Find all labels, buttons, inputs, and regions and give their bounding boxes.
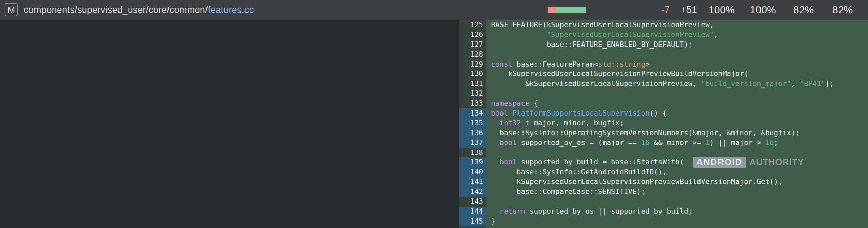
code-line: 142 base::CompareCase::SENSITIVE); (459, 187, 868, 197)
code-line: 129const base::FeatureParam<std::string> (459, 59, 868, 69)
android-authority-logo: ANDROID (693, 157, 746, 168)
line-number[interactable]: 143 (459, 197, 486, 207)
diff-size-bar (548, 7, 586, 13)
line-number[interactable]: 125 (459, 20, 486, 30)
code-text (486, 50, 491, 59)
code-line: 130 kSupervisedUserLocalSupervisionPrevi… (459, 69, 868, 79)
code-line: 135 int32_t major, minor, bugfix; (459, 118, 868, 128)
code-line: 146 (459, 226, 868, 228)
code-text (486, 148, 491, 158)
code-text (486, 226, 491, 228)
added-lines-bar (556, 7, 586, 13)
code-text: kSupervisedUserLocalSupervisionPreviewBu… (486, 177, 783, 187)
file-path-prefix: components/supervised_user/core/common/ (24, 5, 208, 15)
code-line: 144 return supported_by_os || supported_… (459, 207, 868, 216)
code-line: 125BASE_FEATURE(kSupervisedUserLocalSupe… (459, 20, 868, 30)
code-text: "SupervisedUserLocalSupervisionPreview", (486, 30, 718, 40)
coverage-percent: 100% (750, 0, 776, 20)
code-text: base::FEATURE_ENABLED_BY_DEFAULT); (486, 40, 692, 50)
line-number[interactable]: 142 (459, 187, 486, 197)
watermark: ANDROID AUTHORITY (693, 157, 804, 167)
line-number[interactable]: 144 (459, 207, 486, 216)
code-line: 134bool PlatformSupportsLocalSupervision… (459, 108, 868, 118)
line-number[interactable]: 134 (459, 108, 486, 118)
line-number[interactable]: 135 (459, 118, 486, 128)
file-name-link[interactable]: features.cc (208, 5, 254, 15)
code-line: 133namespace { (459, 99, 868, 108)
code-line: 132 (459, 89, 868, 99)
file-modified-badge: M (5, 3, 18, 16)
code-text: base::CompareCase::SENSITIVE); (486, 187, 645, 197)
code-line: 136 base::SysInfo::OperatingSystemVersio… (459, 128, 868, 138)
diff-header: M components/supervised_user/core/common… (0, 0, 868, 20)
code-text: BASE_FEATURE(kSupervisedUserLocalSupervi… (486, 20, 714, 30)
deleted-lines-count: -7 (661, 0, 670, 20)
line-number[interactable]: 126 (459, 30, 486, 40)
coverage-percent: 82% (832, 0, 853, 20)
code-line: 139 bool supported_by_build = base::Star… (459, 157, 868, 167)
line-number[interactable]: 139 (459, 157, 486, 167)
line-number[interactable]: 140 (459, 167, 486, 177)
code-line: 127 base::FEATURE_ENABLED_BY_DEFAULT); (459, 40, 868, 50)
line-number[interactable]: 127 (459, 40, 486, 50)
line-number[interactable]: 145 (459, 216, 486, 226)
code-line: 126 "SupervisedUserLocalSupervisionPrevi… (459, 30, 868, 40)
line-number[interactable]: 138 (459, 148, 486, 158)
code-line: 140 base::SysInfo::GetAndroidBuildID(), (459, 167, 868, 177)
code-text (486, 197, 491, 207)
line-number[interactable]: 146 (459, 226, 486, 228)
breadcrumb: components/supervised_user/core/common/f… (24, 0, 254, 20)
code-pane: 125BASE_FEATURE(kSupervisedUserLocalSupe… (459, 20, 868, 228)
added-lines-count: +51 (681, 0, 697, 20)
diff-left-pane (0, 20, 459, 228)
code-line: 128 (459, 50, 868, 59)
code-text: bool supported_by_os = (major == 16 && m… (486, 138, 778, 148)
line-number[interactable]: 129 (459, 59, 486, 69)
line-number[interactable]: 136 (459, 128, 486, 138)
code-text: base::SysInfo::GetAndroidBuildID(), (486, 167, 667, 177)
code-text: &kSupervisedUserLocalSupervisionPreview,… (486, 79, 834, 89)
line-number[interactable]: 128 (459, 50, 486, 59)
code-line: 143 (459, 197, 868, 207)
code-line: 141 kSupervisedUserLocalSupervisionPrevi… (459, 177, 868, 187)
line-number[interactable]: 130 (459, 69, 486, 79)
code-text: bool supported_by_build = base::StartsWi… (486, 157, 684, 167)
code-text: const base::FeatureParam<std::string> (486, 59, 650, 69)
line-number[interactable]: 131 (459, 79, 486, 89)
code-text: bool PlatformSupportsLocalSupervision() … (486, 108, 667, 118)
coverage-percent: 82% (793, 0, 814, 20)
line-number[interactable]: 132 (459, 89, 486, 99)
code-text: namespace { (486, 99, 538, 108)
deleted-lines-bar (548, 7, 556, 13)
code-line: 137 bool supported_by_os = (major == 16 … (459, 138, 868, 148)
line-number[interactable]: 141 (459, 177, 486, 187)
code-text: return supported_by_os || supported_by_b… (486, 207, 692, 216)
code-text: } (486, 216, 495, 226)
code-line: 138 (459, 148, 868, 158)
code-text: base::SysInfo::OperatingSystemVersionNum… (486, 128, 800, 138)
code-text (486, 89, 491, 99)
code-text: int32_t major, minor, bugfix; (486, 118, 624, 128)
android-authority-text: AUTHORITY (749, 157, 804, 167)
line-number[interactable]: 137 (459, 138, 486, 148)
diff-view: 125BASE_FEATURE(kSupervisedUserLocalSupe… (0, 20, 868, 228)
line-number[interactable]: 133 (459, 99, 486, 108)
code-line: 131 &kSupervisedUserLocalSupervisionPrev… (459, 79, 868, 89)
code-line: 145} (459, 216, 868, 226)
coverage-percent: 100% (709, 0, 735, 20)
code-text: kSupervisedUserLocalSupervisionPreviewBu… (486, 69, 748, 79)
